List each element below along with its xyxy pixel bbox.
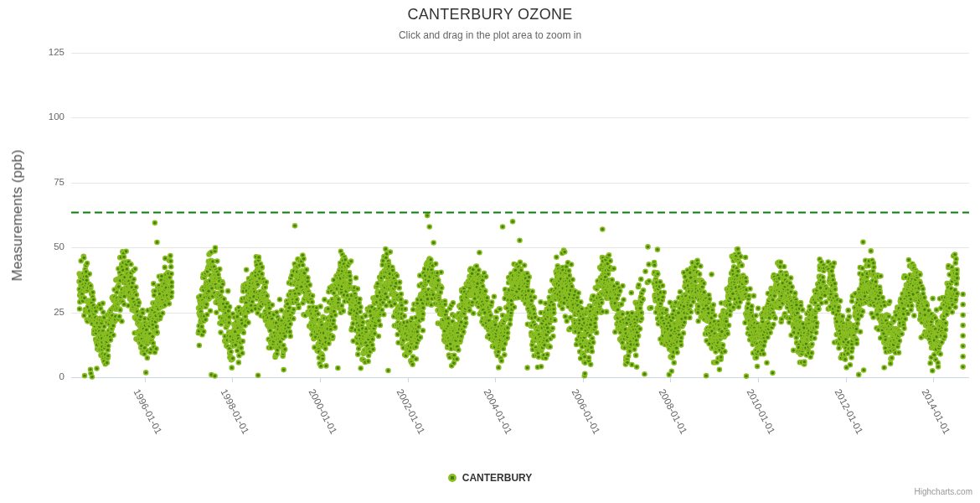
y-axis-tick-label: 125 <box>0 47 64 57</box>
y-axis-tick-label: 50 <box>0 241 64 252</box>
chart-subtitle: Click and drag in the plot area to zoom … <box>0 29 980 41</box>
chart-container: CANTERBURY OZONE Click and drag in the p… <box>0 0 980 503</box>
legend-label: CANTERBURY <box>462 472 533 484</box>
y-axis-tick-label: 25 <box>0 307 64 317</box>
plot-canvas[interactable] <box>0 0 980 503</box>
y-axis-title: Measurements (ppb) <box>9 150 26 282</box>
highcharts-credit-link[interactable]: Highcharts.com <box>915 487 972 496</box>
y-axis-tick-label: 100 <box>0 111 64 122</box>
legend-marker-icon <box>448 474 456 482</box>
y-axis-tick-label: 75 <box>0 177 64 187</box>
chart-title: CANTERBURY OZONE <box>0 6 980 23</box>
y-axis-tick-label: 0 <box>0 371 64 381</box>
legend-item-canterbury[interactable]: CANTERBURY <box>0 472 980 484</box>
